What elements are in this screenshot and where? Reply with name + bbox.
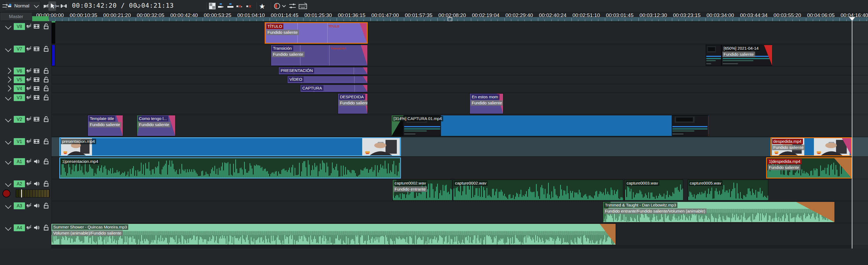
track-compositing-dropdown[interactable]: Normal [5, 1, 41, 11]
clip-1|despedida.mp4[interactable]: 1|despedida.mp4Fundido saliente [766, 157, 852, 178]
track-collapse-chevron[interactable] [5, 203, 11, 209]
track-name-button-V8[interactable]: V8 [14, 23, 25, 30]
track-collapse-chevron[interactable] [5, 85, 11, 92]
wand-icon[interactable] [26, 158, 32, 165]
film-icon[interactable] [33, 139, 39, 144]
track-collapse-chevron[interactable] [5, 23, 11, 30]
clip-[314%]-CAPTURA-01.mp4[interactable]: [314%] CAPTURA 01.mp4 [391, 115, 709, 136]
clip-VÍDEO[interactable]: VÍDEO [287, 76, 368, 84]
clip-capture0005.wav[interactable]: capture0005.wav [688, 180, 768, 201]
clip-Transición[interactable]: TransiciónFundido salienteTransición [271, 45, 368, 66]
clip-Como-tengo-l...[interactable]: Como tengo l...Fundido saliente [137, 115, 176, 136]
playhead-handle[interactable] [849, 17, 855, 21]
track-lane-V3[interactable] [52, 93, 868, 114]
wand-icon[interactable] [26, 139, 32, 144]
track-name-button-V6[interactable]: V6 [14, 67, 25, 75]
wand-icon[interactable] [26, 77, 32, 83]
track-collapse-chevron[interactable] [5, 46, 11, 52]
lock-icon[interactable] [43, 76, 49, 82]
track-name-button-V3[interactable]: V3 [14, 94, 25, 101]
wand-icon[interactable] [26, 68, 32, 74]
track-collapse-chevron[interactable] [5, 139, 11, 145]
spacer-tool-button[interactable] [60, 1, 67, 11]
track-name-button-V7[interactable]: V7 [14, 46, 25, 53]
track-collapse-chevron[interactable] [5, 116, 11, 122]
track-name-button-A2[interactable]: A2 [14, 180, 25, 187]
track-name-button-V1[interactable]: V1 [14, 138, 25, 145]
lock-icon[interactable] [43, 224, 49, 230]
track-lane-V6[interactable] [52, 67, 868, 75]
speaker-icon[interactable] [33, 158, 39, 165]
wand-icon[interactable] [26, 181, 32, 187]
track-collapse-chevron[interactable] [5, 77, 11, 83]
clip-PRESENTACIÓN[interactable]: PRESENTACIÓN [278, 67, 368, 75]
clip-solid-black[interactable] [52, 22, 55, 44]
speaker-icon[interactable] [33, 225, 39, 231]
track-name-button-A4[interactable]: A4 [14, 224, 25, 231]
clip-capture0003.wav[interactable]: capture0003.wav [624, 180, 683, 201]
clip-1|presentacion.mp4[interactable]: 1|presentacion.mp4 [59, 157, 401, 178]
timecode-display[interactable]: 00:03:42:20 / 00:04:21:13 [72, 2, 174, 9]
timeline-ruler[interactable]: 00:00:00:0000:00:10:3500:00:21:2000:00:3… [32, 12, 868, 21]
extract-zone-button[interactable] [236, 1, 243, 11]
clip-TÍTULO[interactable]: TÍTULOFundido salienteTÍTULO [265, 22, 368, 44]
film-icon[interactable] [33, 116, 39, 122]
master-track-button[interactable]: Master [0, 12, 32, 21]
timeline-zone-bar[interactable] [32, 16, 49, 21]
speaker-icon[interactable] [33, 203, 39, 209]
track-name-button-A3[interactable]: A3 [14, 202, 25, 209]
track-lane-V4[interactable] [52, 85, 868, 92]
clip-[650%]-2021-04-14-[interactable]: [650%] 2021-04-14 Fundido saliente [721, 45, 772, 66]
record-button[interactable] [2, 189, 10, 198]
clip-despedida.mp4[interactable]: despedida.mp4Fundido saliente [771, 137, 852, 156]
clip-Trimmed-&-Taught---Dan-Lebowitz.mp3[interactable]: Trimmed & Taught - Dan Lebowitz.mp3Fundi… [603, 202, 835, 223]
track-name-button-A1[interactable]: A1 [14, 158, 25, 165]
wand-icon[interactable] [26, 23, 32, 29]
film-icon[interactable] [33, 77, 39, 83]
timeline-menu-button[interactable] [1, 1, 9, 11]
track-collapse-chevron[interactable] [5, 94, 11, 101]
favorite-effects-button[interactable]: ★ [259, 1, 267, 11]
speaker-icon[interactable] [33, 181, 39, 187]
lift-zone-button[interactable] [245, 1, 253, 11]
track-name-button-V4[interactable]: V4 [14, 85, 25, 92]
transparency-checker-button[interactable] [208, 1, 216, 11]
clip-screen[interactable] [706, 45, 721, 66]
track-lane-V8[interactable] [52, 22, 868, 44]
lock-icon[interactable] [43, 94, 49, 100]
film-icon[interactable] [33, 94, 39, 100]
clip-Summer-Shower---Quincas-Moreira.mp3[interactable]: Summer Shower - Quincas Moreira.mp3Volum… [51, 224, 616, 245]
lock-icon[interactable] [43, 158, 49, 164]
lock-icon[interactable] [43, 180, 49, 186]
film-icon[interactable] [33, 46, 39, 52]
wand-icon[interactable] [26, 94, 32, 100]
clip-capture0002.wav[interactable]: capture0002.wav [453, 180, 623, 201]
lock-icon[interactable] [43, 116, 49, 122]
track-collapse-chevron[interactable] [5, 225, 11, 231]
ruler-guide-marker[interactable] [447, 17, 452, 21]
track-name-button-V2[interactable]: V2 [14, 116, 25, 123]
lock-icon[interactable] [43, 67, 49, 73]
lock-icon[interactable] [43, 202, 49, 208]
wand-icon[interactable] [26, 46, 32, 52]
clip-capture0002.wav[interactable]: capture0002.wavFundido entrante [393, 180, 452, 201]
wand-icon[interactable] [26, 85, 32, 91]
wand-icon[interactable] [26, 203, 32, 209]
track-lane-V5[interactable] [52, 76, 868, 84]
track-collapse-chevron[interactable] [5, 158, 11, 165]
record-chevron-button[interactable] [281, 1, 287, 11]
record-audio-button[interactable] [274, 1, 281, 11]
keyboard-shortcuts-button[interactable] [299, 1, 308, 11]
track-collapse-chevron[interactable] [5, 181, 11, 187]
clip-Template-title-[interactable]: Template title Fundido saliente [88, 115, 123, 136]
audio-mixer-button[interactable] [288, 1, 297, 11]
clip-En-estos-mom[interactable]: En estos momFundido saliente [470, 93, 503, 114]
clip-presentacion.mp4[interactable]: presentacion.mp4 [59, 137, 401, 156]
lock-icon[interactable] [43, 138, 49, 144]
track-collapse-chevron[interactable] [5, 68, 11, 74]
insert-zone-button[interactable] [217, 1, 225, 11]
track-name-button-V5[interactable]: V5 [14, 76, 25, 83]
clip-solid-blue[interactable] [52, 45, 55, 66]
film-icon[interactable] [33, 68, 39, 74]
film-icon[interactable] [33, 23, 39, 29]
